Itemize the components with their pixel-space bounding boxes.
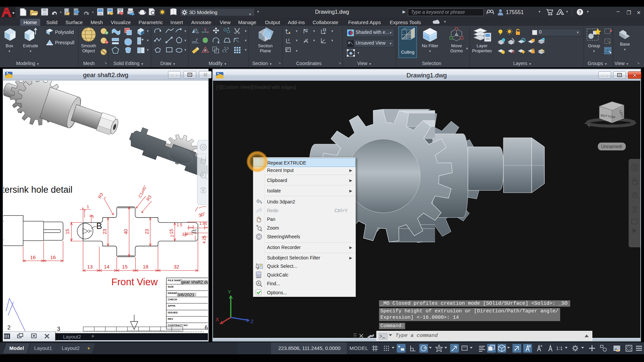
svg-text:2: 2 [170,235,175,237]
svg-text:?: ? [579,9,582,15]
svg-text:1.8: 1.8 [182,232,188,237]
svg-text:30°: 30° [198,211,206,218]
svg-text:Z: Z [288,38,290,42]
svg-text:B: B [96,221,102,231]
svg-text:A: A [204,48,207,52]
svg-text:23: 23 [144,229,150,234]
svg-text:3/6/2021: 3/6/2021 [177,292,195,297]
svg-text:14: 14 [104,264,110,269]
svg-text:23: 23 [102,229,107,234]
svg-text:CONTRACT NO: CONTRACT NO [168,324,187,327]
svg-text:Front View: Front View [111,277,158,287]
svg-text:APPR.: APPR. [168,304,176,307]
svg-text:3: 3 [57,326,60,332]
svg-text:13: 13 [87,264,93,269]
svg-text:FILE NAME: FILE NAME [168,279,182,282]
svg-text:1: 1 [87,204,89,209]
svg-text:18: 18 [143,264,149,269]
svg-text:SIZE: SIZE [168,285,174,288]
svg-text:CHECK: CHECK [168,298,177,301]
svg-text:16: 16 [30,254,36,260]
svg-text:16: 16 [50,254,56,260]
svg-text:6: 6 [205,324,208,331]
svg-text:Y: Y [228,289,231,295]
svg-text:3: 3 [307,38,308,41]
svg-text:!: ! [619,349,619,351]
svg-text:A: A [258,282,260,285]
svg-text:32: 32 [174,264,179,269]
svg-text:1.5: 1.5 [177,223,182,227]
svg-text:15: 15 [169,229,174,234]
svg-text:2: 2 [7,324,10,331]
svg-text:X: X [216,316,219,322]
svg-text:gear shaft2.dwg: gear shaft2.dwg [181,280,208,285]
svg-text:R3: R3 [146,194,153,202]
svg-text:R3: R3 [97,192,104,199]
svg-text:C1x45°: C1x45° [138,184,148,198]
svg-text:40: 40 [123,229,128,234]
svg-text:Z: Z [251,318,254,324]
svg-text:ISSUED: ISSUED [168,311,178,314]
svg-text:1.95: 1.95 [199,221,207,226]
svg-text:Unnamed: Unnamed [601,144,622,149]
svg-text:DRAWN: DRAWN [168,292,178,295]
svg-text:15: 15 [122,264,128,269]
svg-text:4.25: 4.25 [202,236,207,244]
svg-text:15: 15 [65,229,70,234]
svg-text:REV: REV [168,317,173,320]
svg-text:tersink hole detail: tersink hole detail [3,185,72,195]
svg-text:1: 1 [89,215,94,217]
